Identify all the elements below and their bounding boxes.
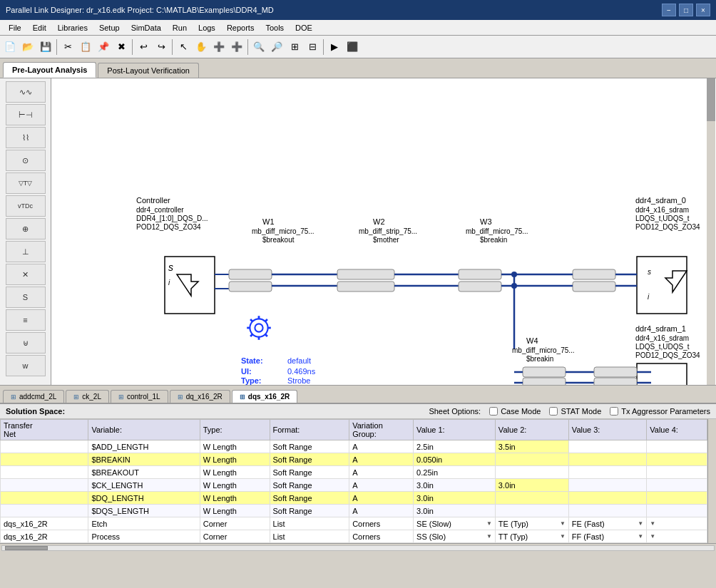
btab-control[interactable]: ⊞ control_1L (111, 390, 168, 403)
cut-button[interactable]: ✂ (59, 38, 76, 56)
menu-item-setup[interactable]: Setup (93, 22, 126, 33)
scroll-thumb[interactable] (5, 546, 48, 550)
zoom-out-button[interactable]: 🔎 (268, 38, 285, 56)
stat-mode-check[interactable]: STAT Mode (549, 407, 601, 416)
add-button[interactable]: ➕ (210, 38, 227, 56)
menu-item-run[interactable]: Run (167, 22, 193, 33)
tab-post-layout[interactable]: Post-Layout Verification (98, 63, 199, 78)
btab-dq[interactable]: ⊞ dq_x16_2R (170, 390, 230, 403)
cell-v3[interactable]: FF (Fast)▼ (568, 530, 646, 543)
menu-item-file[interactable]: File (3, 22, 27, 33)
cell-v4[interactable] (647, 492, 707, 505)
zoom-fit-button[interactable]: ⊞ (286, 38, 303, 56)
cell-v1[interactable]: 3.0in (414, 479, 496, 492)
maximize-button[interactable]: □ (679, 4, 693, 16)
menu-item-simdata[interactable]: SimData (126, 22, 167, 33)
dropdown-arrow[interactable]: ▼ (650, 520, 655, 527)
table-scroll[interactable]: TransferNet Variable: Type: Format: Vari… (0, 419, 707, 543)
cell-v2[interactable] (495, 466, 568, 479)
tx-aggressor-check[interactable]: Tx Aggressor Parameters (610, 407, 710, 416)
cell-v2[interactable] (495, 453, 568, 466)
cell-v3[interactable] (568, 466, 646, 479)
cell-v1[interactable]: SS (Slo)▼ (414, 530, 496, 543)
cell-v2[interactable]: TT (Typ)▼ (495, 530, 568, 543)
cell-v4[interactable] (647, 466, 707, 479)
cell-v1[interactable]: 0.050in (414, 453, 496, 466)
save-button[interactable]: 💾 (37, 38, 54, 56)
run-button[interactable]: ▶ (326, 38, 343, 56)
zoom-prev-button[interactable]: ⊟ (304, 38, 321, 56)
dropdown-arrow[interactable]: ▼ (638, 520, 643, 527)
dropdown-arrow[interactable]: ▼ (638, 533, 643, 540)
menu-item-reports[interactable]: Reports (221, 22, 260, 33)
cell-v4[interactable]: ▼ (647, 517, 707, 530)
cell-v1[interactable]: 2.5in (414, 440, 496, 453)
tool-t[interactable]: ▽T▽ (6, 172, 46, 194)
menu-item-logs[interactable]: Logs (193, 22, 221, 33)
undo-button[interactable]: ↩ (135, 38, 152, 56)
cell-v2[interactable]: TE (Typ)▼ (495, 517, 568, 530)
tool-s[interactable]: S (6, 287, 46, 308)
menu-item-doe[interactable]: DOE (290, 22, 318, 33)
zoom-in-button[interactable]: 🔍 (250, 38, 267, 56)
tool-inductor[interactable]: ⌇⌇ (6, 127, 46, 148)
new-button[interactable]: 📄 (1, 38, 19, 56)
dropdown-arrow[interactable]: ▼ (560, 520, 566, 527)
cell-v1[interactable]: 3.0in (414, 505, 496, 517)
menu-item-tools[interactable]: Tools (260, 22, 290, 33)
cell-v2[interactable] (495, 505, 568, 517)
copy-button[interactable]: 📋 (77, 38, 94, 56)
pointer-button[interactable]: ↖ (175, 38, 192, 56)
cell-v4[interactable] (647, 440, 707, 453)
cell-v1[interactable]: 0.25in (414, 466, 496, 479)
tool-lines[interactable]: ≡ (6, 309, 46, 331)
cell-v4[interactable] (647, 479, 707, 492)
btab-ck[interactable]: ⊞ ck_2L (66, 390, 109, 403)
table-scrollbar-v[interactable] (707, 419, 716, 543)
tool-ground[interactable]: ⊕ (6, 218, 46, 239)
tx-aggressor-checkbox[interactable] (610, 407, 618, 416)
cell-v3[interactable] (568, 453, 646, 466)
cell-v3[interactable] (568, 479, 646, 492)
btab-dqs[interactable]: ⊞ dqs_x16_2R (232, 390, 297, 403)
tool-x[interactable]: ✕ (6, 264, 46, 285)
redo-button[interactable]: ↪ (153, 38, 170, 56)
tool-pair[interactable]: ⊎ (6, 332, 46, 354)
cell-v4[interactable] (647, 453, 707, 466)
close-button[interactable]: × (696, 4, 710, 16)
case-mode-check[interactable]: Case Mode (489, 407, 541, 416)
stat-mode-checkbox[interactable] (549, 407, 558, 416)
dropdown-arrow[interactable]: ▼ (486, 520, 492, 527)
route-button[interactable]: ➕ (228, 38, 245, 56)
cell-v3[interactable]: FE (Fast)▼ (568, 517, 646, 530)
cell-v4[interactable]: ▼ (647, 530, 707, 543)
tool-gnd2[interactable]: ⊥ (6, 241, 46, 262)
btab-addcmd[interactable]: ⊞ addcmd_2L (3, 390, 64, 403)
cell-v3[interactable] (568, 505, 646, 517)
tool-cap[interactable]: ⊢⊣ (6, 104, 46, 125)
cell-v4[interactable] (647, 505, 707, 517)
cell-v2[interactable] (495, 492, 568, 505)
tool-circle[interactable]: ⊙ (6, 150, 46, 171)
table-scrollbar-h[interactable] (0, 543, 716, 552)
stop-button[interactable]: ⬛ (344, 38, 361, 56)
tool-vtdc[interactable]: vTDc (6, 195, 46, 217)
minimize-button[interactable]: − (662, 4, 676, 16)
dropdown-arrow[interactable]: ▼ (560, 533, 566, 540)
tool-w[interactable]: w (6, 355, 46, 376)
cell-v2[interactable]: 3.0in (495, 479, 568, 492)
cell-v3[interactable] (568, 440, 646, 453)
dropdown-arrow[interactable]: ▼ (486, 533, 492, 540)
pan-button[interactable]: ✋ (193, 38, 210, 56)
cell-v3[interactable] (568, 492, 646, 505)
tool-resistor[interactable]: ∿∿ (6, 81, 46, 103)
cell-v1[interactable]: SE (Slow)▼ (414, 517, 496, 530)
cell-v1[interactable]: 3.0in (414, 492, 496, 505)
cell-v2[interactable]: 3.5in (495, 440, 568, 453)
dropdown-arrow[interactable]: ▼ (650, 533, 655, 540)
menu-item-libraries[interactable]: Libraries (52, 22, 93, 33)
scroll-track[interactable] (1, 545, 715, 551)
paste-button[interactable]: 📌 (95, 38, 112, 56)
case-mode-checkbox[interactable] (489, 407, 498, 416)
delete-button[interactable]: ✖ (113, 38, 130, 56)
